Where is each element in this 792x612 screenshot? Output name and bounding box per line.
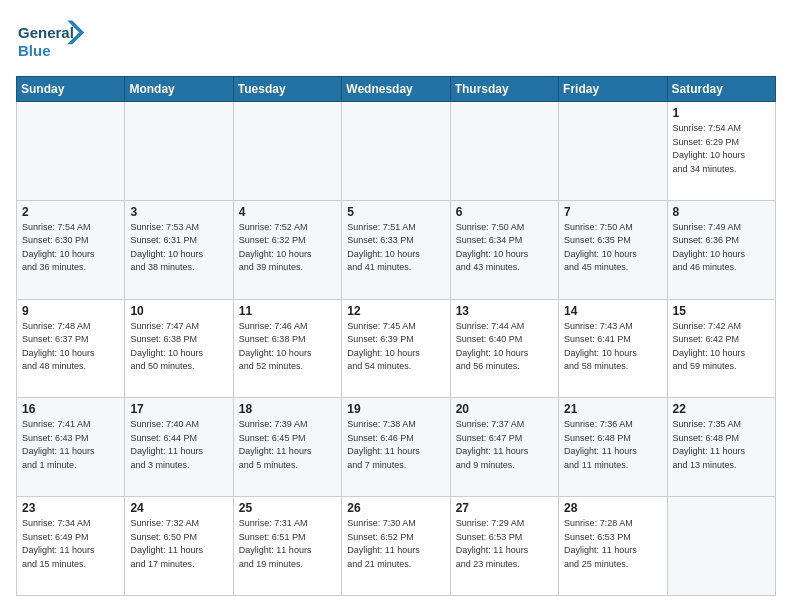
day-info: Sunrise: 7:37 AMSunset: 6:47 PMDaylight:… [456, 418, 553, 472]
day-info: Sunrise: 7:35 AMSunset: 6:48 PMDaylight:… [673, 418, 770, 472]
day-info: Sunrise: 7:51 AMSunset: 6:33 PMDaylight:… [347, 221, 444, 275]
day-info: Sunrise: 7:30 AMSunset: 6:52 PMDaylight:… [347, 517, 444, 571]
day-cell [17, 102, 125, 201]
day-info: Sunrise: 7:28 AMSunset: 6:53 PMDaylight:… [564, 517, 661, 571]
day-number: 5 [347, 205, 444, 219]
day-cell: 8Sunrise: 7:49 AMSunset: 6:36 PMDaylight… [667, 200, 775, 299]
day-number: 19 [347, 402, 444, 416]
day-number: 20 [456, 402, 553, 416]
day-info: Sunrise: 7:50 AMSunset: 6:35 PMDaylight:… [564, 221, 661, 275]
day-info: Sunrise: 7:44 AMSunset: 6:40 PMDaylight:… [456, 320, 553, 374]
weekday-header-row: SundayMondayTuesdayWednesdayThursdayFrid… [17, 77, 776, 102]
day-number: 18 [239, 402, 336, 416]
day-info: Sunrise: 7:32 AMSunset: 6:50 PMDaylight:… [130, 517, 227, 571]
day-number: 1 [673, 106, 770, 120]
day-cell: 4Sunrise: 7:52 AMSunset: 6:32 PMDaylight… [233, 200, 341, 299]
day-cell: 9Sunrise: 7:48 AMSunset: 6:37 PMDaylight… [17, 299, 125, 398]
week-row-5: 23Sunrise: 7:34 AMSunset: 6:49 PMDayligh… [17, 497, 776, 596]
day-info: Sunrise: 7:50 AMSunset: 6:34 PMDaylight:… [456, 221, 553, 275]
day-info: Sunrise: 7:31 AMSunset: 6:51 PMDaylight:… [239, 517, 336, 571]
day-cell: 11Sunrise: 7:46 AMSunset: 6:38 PMDayligh… [233, 299, 341, 398]
day-number: 15 [673, 304, 770, 318]
day-info: Sunrise: 7:48 AMSunset: 6:37 PMDaylight:… [22, 320, 119, 374]
day-number: 22 [673, 402, 770, 416]
day-cell: 6Sunrise: 7:50 AMSunset: 6:34 PMDaylight… [450, 200, 558, 299]
day-info: Sunrise: 7:54 AMSunset: 6:30 PMDaylight:… [22, 221, 119, 275]
weekday-thursday: Thursday [450, 77, 558, 102]
day-number: 21 [564, 402, 661, 416]
day-info: Sunrise: 7:36 AMSunset: 6:48 PMDaylight:… [564, 418, 661, 472]
day-cell: 10Sunrise: 7:47 AMSunset: 6:38 PMDayligh… [125, 299, 233, 398]
logo-icon: General Blue [16, 16, 106, 64]
day-info: Sunrise: 7:54 AMSunset: 6:29 PMDaylight:… [673, 122, 770, 176]
day-cell: 16Sunrise: 7:41 AMSunset: 6:43 PMDayligh… [17, 398, 125, 497]
day-cell: 14Sunrise: 7:43 AMSunset: 6:41 PMDayligh… [559, 299, 667, 398]
day-number: 3 [130, 205, 227, 219]
day-info: Sunrise: 7:40 AMSunset: 6:44 PMDaylight:… [130, 418, 227, 472]
weekday-friday: Friday [559, 77, 667, 102]
day-cell: 27Sunrise: 7:29 AMSunset: 6:53 PMDayligh… [450, 497, 558, 596]
day-info: Sunrise: 7:29 AMSunset: 6:53 PMDaylight:… [456, 517, 553, 571]
day-info: Sunrise: 7:52 AMSunset: 6:32 PMDaylight:… [239, 221, 336, 275]
day-info: Sunrise: 7:34 AMSunset: 6:49 PMDaylight:… [22, 517, 119, 571]
day-number: 9 [22, 304, 119, 318]
svg-text:Blue: Blue [18, 42, 51, 59]
day-cell: 18Sunrise: 7:39 AMSunset: 6:45 PMDayligh… [233, 398, 341, 497]
day-cell [233, 102, 341, 201]
day-cell [342, 102, 450, 201]
day-number: 10 [130, 304, 227, 318]
day-cell: 22Sunrise: 7:35 AMSunset: 6:48 PMDayligh… [667, 398, 775, 497]
day-number: 2 [22, 205, 119, 219]
day-number: 7 [564, 205, 661, 219]
day-cell [125, 102, 233, 201]
week-row-1: 1Sunrise: 7:54 AMSunset: 6:29 PMDaylight… [17, 102, 776, 201]
header: General Blue [16, 16, 776, 68]
logo: General Blue [16, 16, 106, 68]
svg-text:General: General [18, 24, 74, 41]
day-cell: 20Sunrise: 7:37 AMSunset: 6:47 PMDayligh… [450, 398, 558, 497]
day-cell [559, 102, 667, 201]
day-number: 23 [22, 501, 119, 515]
day-cell: 21Sunrise: 7:36 AMSunset: 6:48 PMDayligh… [559, 398, 667, 497]
day-info: Sunrise: 7:43 AMSunset: 6:41 PMDaylight:… [564, 320, 661, 374]
day-cell: 19Sunrise: 7:38 AMSunset: 6:46 PMDayligh… [342, 398, 450, 497]
day-cell: 25Sunrise: 7:31 AMSunset: 6:51 PMDayligh… [233, 497, 341, 596]
day-info: Sunrise: 7:45 AMSunset: 6:39 PMDaylight:… [347, 320, 444, 374]
day-cell: 12Sunrise: 7:45 AMSunset: 6:39 PMDayligh… [342, 299, 450, 398]
day-number: 24 [130, 501, 227, 515]
day-number: 11 [239, 304, 336, 318]
weekday-sunday: Sunday [17, 77, 125, 102]
day-number: 6 [456, 205, 553, 219]
day-cell [667, 497, 775, 596]
day-cell: 17Sunrise: 7:40 AMSunset: 6:44 PMDayligh… [125, 398, 233, 497]
day-number: 4 [239, 205, 336, 219]
day-cell: 28Sunrise: 7:28 AMSunset: 6:53 PMDayligh… [559, 497, 667, 596]
day-number: 28 [564, 501, 661, 515]
day-cell: 2Sunrise: 7:54 AMSunset: 6:30 PMDaylight… [17, 200, 125, 299]
week-row-4: 16Sunrise: 7:41 AMSunset: 6:43 PMDayligh… [17, 398, 776, 497]
day-cell: 1Sunrise: 7:54 AMSunset: 6:29 PMDaylight… [667, 102, 775, 201]
day-number: 14 [564, 304, 661, 318]
day-number: 27 [456, 501, 553, 515]
day-info: Sunrise: 7:46 AMSunset: 6:38 PMDaylight:… [239, 320, 336, 374]
day-cell [450, 102, 558, 201]
day-info: Sunrise: 7:42 AMSunset: 6:42 PMDaylight:… [673, 320, 770, 374]
day-number: 26 [347, 501, 444, 515]
day-number: 17 [130, 402, 227, 416]
weekday-saturday: Saturday [667, 77, 775, 102]
day-number: 13 [456, 304, 553, 318]
calendar-table: SundayMondayTuesdayWednesdayThursdayFrid… [16, 76, 776, 596]
day-cell: 15Sunrise: 7:42 AMSunset: 6:42 PMDayligh… [667, 299, 775, 398]
day-info: Sunrise: 7:49 AMSunset: 6:36 PMDaylight:… [673, 221, 770, 275]
day-cell: 13Sunrise: 7:44 AMSunset: 6:40 PMDayligh… [450, 299, 558, 398]
day-cell: 5Sunrise: 7:51 AMSunset: 6:33 PMDaylight… [342, 200, 450, 299]
weekday-wednesday: Wednesday [342, 77, 450, 102]
calendar-page: General Blue SundayMondayTuesdayWednesda… [0, 0, 792, 612]
day-number: 12 [347, 304, 444, 318]
day-info: Sunrise: 7:41 AMSunset: 6:43 PMDaylight:… [22, 418, 119, 472]
day-cell: 26Sunrise: 7:30 AMSunset: 6:52 PMDayligh… [342, 497, 450, 596]
day-cell: 7Sunrise: 7:50 AMSunset: 6:35 PMDaylight… [559, 200, 667, 299]
day-info: Sunrise: 7:47 AMSunset: 6:38 PMDaylight:… [130, 320, 227, 374]
week-row-2: 2Sunrise: 7:54 AMSunset: 6:30 PMDaylight… [17, 200, 776, 299]
day-cell: 24Sunrise: 7:32 AMSunset: 6:50 PMDayligh… [125, 497, 233, 596]
